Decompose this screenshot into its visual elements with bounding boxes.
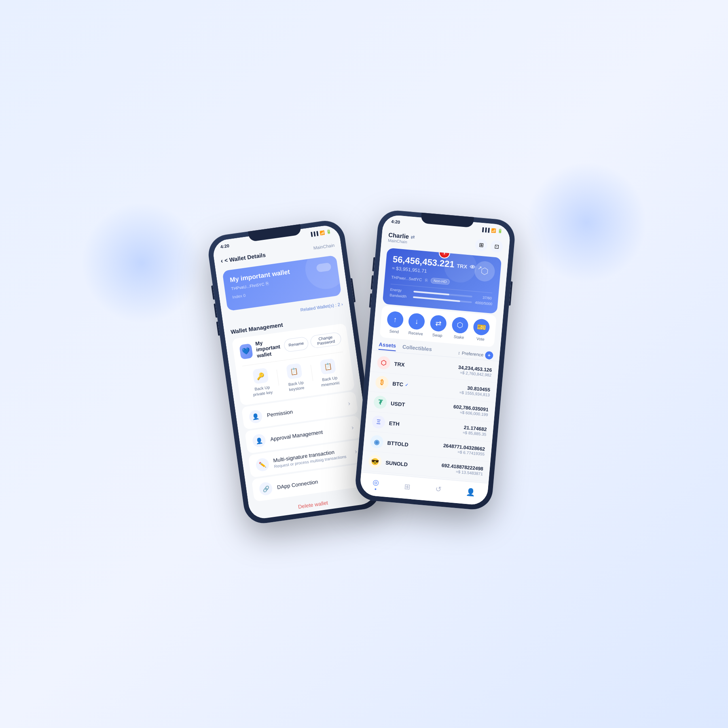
tab-collectibles[interactable]: Collectibles	[402, 344, 432, 354]
expand-icon[interactable]: ↗	[477, 265, 482, 271]
permission-chevron: ›	[347, 400, 351, 407]
left-phone-screen: 4:20 ▐▐▐ 📶 🔋 ‹ < Wallet Details MainChai…	[212, 224, 377, 520]
backup-private-key[interactable]: 🔑 Back Upprivate key	[243, 366, 280, 398]
swap-button[interactable]: ⇄ Swap	[429, 315, 447, 338]
wifi-icon: 📶	[320, 230, 325, 235]
header-title: < Wallet Details	[224, 252, 266, 264]
vote-button[interactable]: 🎫 Vote	[472, 318, 491, 342]
nav-history[interactable]: ↺	[435, 485, 442, 494]
nav-profile-icon: 👤	[466, 487, 476, 497]
header-icons: ⊞ ⊡	[475, 239, 503, 253]
usdt-name: USDT	[390, 400, 453, 411]
approval-title: Approval Management	[270, 425, 347, 442]
preference-label: Preference	[461, 350, 484, 357]
nav-assets-dot	[375, 488, 376, 490]
add-asset-button[interactable]: +	[485, 351, 494, 360]
tron-logo-container: ⬡	[474, 260, 495, 282]
switch-icon[interactable]: ⇄	[410, 234, 415, 240]
tab-assets[interactable]: Assets	[379, 341, 396, 351]
multisig-chevron: ›	[354, 448, 358, 455]
backup-keystore-label: Back Upkeystore	[288, 380, 305, 392]
signal-icon: ▐▐▐	[309, 231, 319, 237]
receive-header-icon[interactable]: ⊞	[475, 239, 488, 252]
receive-icon: ↓	[408, 313, 425, 330]
right-phone: 4:20 ▐▐▐ 📶 🔋 Charlie ⇄ MainChain	[354, 209, 516, 511]
nav-profile[interactable]: 👤	[466, 487, 476, 497]
vote-icon: 🎫	[473, 318, 490, 336]
change-password-button[interactable]: Change Password	[310, 332, 342, 349]
vote-label: Vote	[476, 336, 485, 342]
permission-icon: 👤	[248, 409, 263, 424]
bttold-icon: ◉	[370, 435, 384, 449]
user-info: Charlie ⇄ MainChain	[388, 231, 415, 245]
back-button[interactable]: ‹ < Wallet Details	[220, 251, 266, 265]
dapp-icon: 🔗	[258, 481, 273, 496]
eth-name: ETH	[389, 420, 463, 432]
address-text: THPvaU...Fhn5YC	[231, 282, 265, 291]
receive-button[interactable]: ↓ Receive	[407, 313, 425, 336]
backup-private-key-icon: 🔑	[252, 368, 269, 384]
wallet-card-toggle[interactable]	[316, 262, 331, 273]
preference-button[interactable]: ↕ Preference +	[458, 348, 494, 360]
rename-button[interactable]: Rename	[283, 336, 309, 352]
copy-icon[interactable]: ⎘	[266, 281, 269, 286]
stake-label: Stake	[453, 334, 464, 340]
sunold-values: 692.418878222498 ≈$ 13.5483871	[441, 462, 483, 476]
nav-history-icon: ↺	[435, 485, 442, 494]
balance-card: ⬡ 56,456,453.221 TRX 👁 ↗ ≈ $3,951,951.71…	[382, 248, 502, 314]
sunold-icon: 😎	[368, 455, 382, 469]
swap-icon: ⇄	[430, 315, 447, 332]
multisig-text: Multi-signature transaction Request or p…	[273, 447, 351, 469]
dapp-text: DApp Connection	[277, 474, 354, 490]
send-icon: ↑	[386, 311, 404, 328]
nav-assets[interactable]: ◎	[372, 477, 380, 490]
bandwidth-bar-fill	[413, 296, 460, 302]
bttold-values: 2648771.04328662 ≈$ 6.77419355	[443, 442, 485, 456]
backup-keystore[interactable]: 📋 Back Upkeystore	[277, 362, 314, 394]
battery-icon: 🔋	[326, 229, 331, 234]
address-copy-icon[interactable]: ⎘	[425, 278, 428, 282]
back-arrow-icon: ‹	[220, 257, 224, 265]
balance-currency: TRX	[457, 263, 468, 270]
approval-text: Approval Management	[270, 425, 347, 442]
scan-header-icon[interactable]: ⊡	[490, 240, 504, 253]
left-status-icons: ▐▐▐ 📶 🔋	[309, 229, 331, 236]
nav-layers[interactable]: ⊞	[404, 482, 411, 491]
wallet-name-text: My important wallet	[255, 337, 281, 359]
approval-icon: 👤	[252, 434, 266, 448]
right-status-time: 4:20	[391, 219, 400, 224]
right-status-icons: ▐▐▐ 📶 🔋	[481, 227, 503, 233]
asset-list: ⬡ TRX 34,234,453.126 ≈$ 2,760,842,982 ₿ …	[361, 350, 499, 483]
balance-address: THPwer...5wtfYC	[391, 275, 422, 282]
btc-icon: ₿	[375, 375, 389, 389]
btc-name: BTC ✓	[392, 381, 460, 392]
approval-chevron: ›	[351, 424, 354, 432]
send-button[interactable]: ↑ Send	[386, 311, 404, 334]
backup-mnemonic[interactable]: 📋 Back Upmnemonic	[310, 357, 347, 389]
wallet-avatar: 💙	[239, 343, 253, 359]
bandwidth-value: 4000/5000	[475, 301, 491, 306]
swap-label: Swap	[432, 332, 442, 338]
stake-button[interactable]: ⬡ Stake	[451, 316, 469, 340]
dapp-title: DApp Connection	[277, 474, 354, 490]
energy-value: 37/60	[475, 295, 492, 300]
eye-icon[interactable]: 👁	[470, 264, 476, 271]
stake-icon: ⬡	[451, 316, 469, 334]
right-signal-icon: ▐▐▐	[481, 227, 490, 232]
eth-values: 21.174682 ≈$ 85,885.35	[463, 424, 487, 436]
send-label: Send	[389, 329, 399, 334]
non-hd-badge: Non-HD	[431, 277, 450, 285]
left-status-time: 4:20	[220, 243, 229, 249]
wallet-details-screen: 4:20 ▐▐▐ 📶 🔋 ‹ < Wallet Details MainChai…	[212, 224, 377, 520]
permission-text: Permission	[267, 401, 344, 418]
avatar-icon: 💙	[241, 347, 250, 356]
management-card: 💙 My important wallet Rename Change Pass…	[232, 323, 355, 406]
energy-label: Energy	[390, 288, 411, 293]
trx-name: TRX	[394, 361, 458, 372]
right-phone-screen: 4:20 ▐▐▐ 📶 🔋 Charlie ⇄ MainChain	[359, 214, 511, 506]
usdt-values: 602,786.035091 ≈$ 606,000.199	[453, 404, 489, 417]
multisig-icon: ✏️	[255, 457, 270, 472]
main-wallet-screen: 4:20 ▐▐▐ 📶 🔋 Charlie ⇄ MainChain	[361, 214, 511, 483]
chain-label: MainChain	[313, 243, 335, 250]
backup-mnemonic-icon: 📋	[320, 358, 336, 375]
